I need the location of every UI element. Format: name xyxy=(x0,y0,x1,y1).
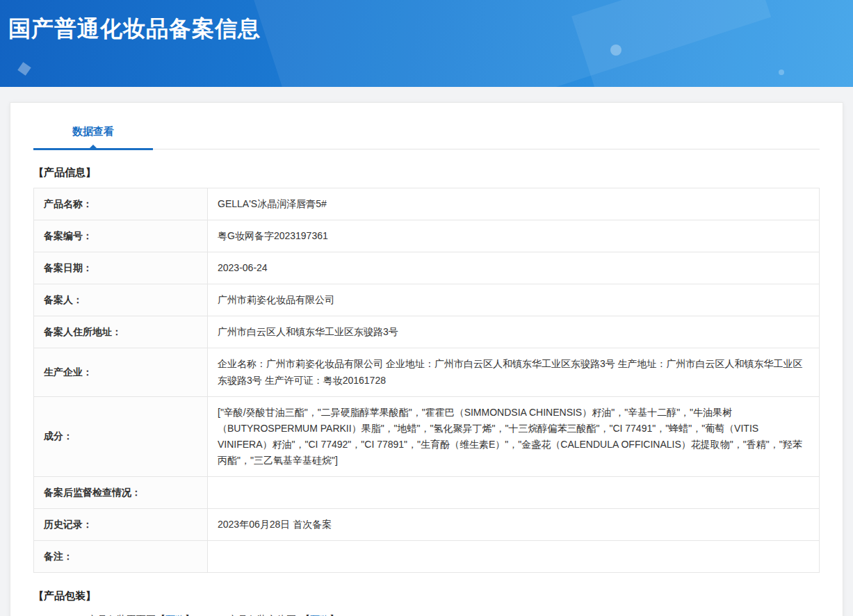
tab-data-view[interactable]: 数据查看 xyxy=(33,125,153,149)
row-value-product-name: GELLA'S冰晶润泽唇膏5# xyxy=(208,188,820,220)
row-label-ingredients: 成分： xyxy=(34,396,208,476)
row-value-ingredients: ["辛酸/癸酸甘油三酯"，"二异硬脂醇苹果酸酯"，"霍霍巴（SIMMONDSIA… xyxy=(208,396,820,476)
packaging-section-title: 【产品包装】 xyxy=(33,590,820,603)
row-value-filing-date: 2023-06-24 xyxy=(208,252,820,284)
table-row: 备案编号： 粤G妆网备字2023197361 xyxy=(34,220,820,252)
banner-decoration-dot xyxy=(610,44,622,56)
table-row: 产品名称： GELLA'S冰晶润泽唇膏5# xyxy=(34,188,820,220)
table-row: 备案人住所地址： 广州市白云区人和镇东华工业区东骏路3号 xyxy=(34,316,820,348)
banner-decoration-dot xyxy=(779,70,784,75)
table-row: 备案人： 广州市莉姿化妆品有限公司 xyxy=(34,284,820,316)
tab-active-underline xyxy=(33,148,153,150)
row-value-supervision xyxy=(208,477,820,509)
page-header: 国产普通化妆品备案信息 xyxy=(0,0,853,87)
row-label-filing-number: 备案编号： xyxy=(34,220,208,252)
table-row: 历史记录： 2023年06月28日 首次备案 xyxy=(34,509,820,541)
table-row: 备案后监督检查情况： xyxy=(34,477,820,509)
row-value-manufacturer: 企业名称：广州市莉姿化妆品有限公司 企业地址：广州市白云区人和镇东华工业区东骏路… xyxy=(208,348,820,396)
product-info-table: 产品名称： GELLA'S冰晶润泽唇膏5# 备案编号： 粤G妆网备字202319… xyxy=(33,188,820,573)
page-title: 国产普通化妆品备案信息 xyxy=(0,0,853,44)
row-label-filer-address: 备案人住所地址： xyxy=(34,316,208,348)
tab-data-view-label: 数据查看 xyxy=(72,125,114,137)
page-body: 数据查看 【产品信息】 产品名称： GELLA'S冰晶润泽唇膏5# 备案编号： … xyxy=(0,87,853,616)
row-label-manufacturer: 生产企业： xyxy=(34,348,208,396)
row-value-filing-number: 粤G妆网备字2023197361 xyxy=(208,220,820,252)
row-value-filer-address: 广州市白云区人和镇东华工业区东骏路3号 xyxy=(208,316,820,348)
row-label-remarks: 备注： xyxy=(34,541,208,573)
row-label-filing-date: 备案日期： xyxy=(34,252,208,284)
row-label-filer: 备案人： xyxy=(34,284,208,316)
table-row: 备案日期： 2023-06-24 xyxy=(34,252,820,284)
row-value-remarks xyxy=(208,541,820,573)
row-value-history: 2023年06月28日 首次备案 xyxy=(208,509,820,541)
product-info-section-title: 【产品信息】 xyxy=(33,166,820,179)
table-row: 备注： xyxy=(34,541,820,573)
row-label-supervision: 备案后监督检查情况： xyxy=(34,477,208,509)
banner-decoration-square xyxy=(17,62,31,75)
table-row: 成分： ["辛酸/癸酸甘油三酯"，"二异硬脂醇苹果酸酯"，"霍霍巴（SIMMON… xyxy=(34,396,820,476)
tab-bar: 数据查看 xyxy=(33,125,820,149)
row-label-product-name: 产品名称： xyxy=(34,188,208,220)
row-value-filer: 广州市莉姿化妆品有限公司 xyxy=(208,284,820,316)
row-label-history: 历史记录： xyxy=(34,509,208,541)
content-card: 数据查看 【产品信息】 产品名称： GELLA'S冰晶润泽唇膏5# 备案编号： … xyxy=(10,102,843,616)
table-row: 生产企业： 企业名称：广州市莉姿化妆品有限公司 企业地址：广州市白云区人和镇东华… xyxy=(34,348,820,396)
